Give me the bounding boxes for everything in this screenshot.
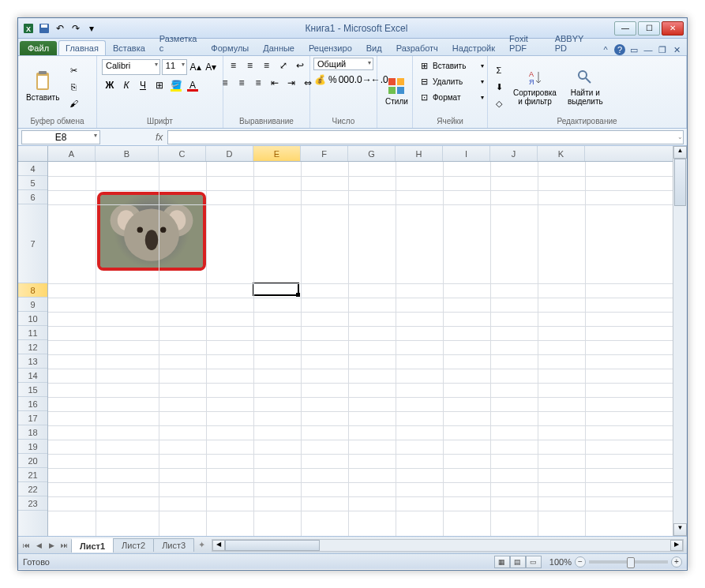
file-tab[interactable]: Файл [20,41,57,55]
row-header-9[interactable]: 9 [18,298,47,312]
row-header-16[interactable]: 16 [18,397,47,411]
zoom-in-icon[interactable]: + [671,556,682,567]
zoom-slider[interactable] [589,560,668,564]
copy-icon[interactable]: ⎘ [66,79,81,95]
indent-decrease-icon[interactable]: ⇤ [267,75,283,91]
row-header-23[interactable]: 23 [18,496,47,511]
row-header-22[interactable]: 22 [18,482,47,496]
doc-minimize-icon[interactable]: — [643,44,654,55]
autosum-icon[interactable]: Σ [491,62,507,78]
sheet-tab-1[interactable]: Лист1 [71,538,114,552]
row-header-8[interactable]: 8 [18,283,47,298]
tab-foxit[interactable]: Foxit PDF [502,31,548,55]
fill-color-icon[interactable]: 🪣 [168,77,184,93]
col-header-C[interactable]: C [159,146,206,161]
number-format-combo[interactable]: Общий [313,58,373,70]
expand-formula-icon[interactable]: ⌄ [674,130,685,144]
fill-icon[interactable]: ⬇ [491,79,507,95]
excel-icon[interactable]: X [21,21,36,36]
hscroll-thumb[interactable] [225,540,320,551]
formula-input[interactable] [167,130,684,144]
styles-button[interactable]: Стили [381,75,413,107]
vertical-scrollbar[interactable]: ▲ ▼ [673,146,687,536]
sheet-nav-first-icon[interactable]: ⏮ [20,539,32,552]
doc-close-icon[interactable]: ✕ [671,44,682,55]
embedded-image-highlight[interactable] [97,192,206,271]
fx-icon[interactable]: fx [151,132,167,143]
scroll-left-icon[interactable]: ◀ [212,540,225,551]
col-header-E[interactable]: E [253,146,301,161]
view-pagelayout-icon[interactable]: ▤ [510,556,526,568]
tab-review[interactable]: Рецензиро [302,40,359,55]
col-header-G[interactable]: G [348,146,396,161]
sheet-nav-next-icon[interactable]: ▶ [45,539,58,552]
scroll-right-icon[interactable]: ▶ [670,540,683,551]
col-header-K[interactable]: K [538,146,585,161]
currency-icon[interactable]: 💰 [313,72,327,88]
tab-insert[interactable]: Вставка [106,40,152,55]
zoom-out-icon[interactable]: − [575,556,586,567]
col-header-D[interactable]: D [206,146,253,161]
grow-font-icon[interactable]: A▴ [189,59,203,75]
view-pagebreak-icon[interactable]: ▭ [526,556,542,568]
row-header-19[interactable]: 19 [18,440,47,454]
row-header-18[interactable]: 18 [18,425,47,440]
font-color-icon[interactable]: A [185,77,201,93]
row-header-14[interactable]: 14 [18,369,47,383]
row-header-7[interactable]: 7 [18,204,47,283]
row-header-13[interactable]: 13 [18,354,47,369]
cut-icon[interactable]: ✂ [66,62,81,78]
row-header-11[interactable]: 11 [18,326,47,340]
tab-home[interactable]: Главная [58,40,106,55]
undo-icon[interactable]: ↶ [53,21,67,36]
col-header-A[interactable]: A [48,146,96,161]
wrap-text-icon[interactable]: ↩ [292,58,308,73]
font-size-combo[interactable]: 11 [162,59,187,75]
align-left-icon[interactable]: ≡ [217,75,233,91]
select-all-corner[interactable] [18,146,48,162]
align-middle-icon[interactable]: ≡ [242,58,258,73]
redo-icon[interactable]: ↷ [69,21,83,36]
worksheet-grid[interactable]: ABCDEFGHIJK 4567891011121314151617181920… [18,146,687,536]
tab-formulas[interactable]: Формулы [204,40,256,55]
tab-view[interactable]: Вид [359,40,389,55]
sheet-nav-prev-icon[interactable]: ◀ [32,539,45,552]
row-header-20[interactable]: 20 [18,454,47,468]
col-header-I[interactable]: I [443,146,490,161]
percent-icon[interactable]: % [328,72,338,88]
row-header-10[interactable]: 10 [18,312,47,326]
close-button[interactable]: ✕ [662,21,684,36]
col-header-B[interactable]: B [96,146,159,161]
cells-area[interactable] [48,162,673,536]
sheet-tab-3[interactable]: Лист3 [153,538,194,552]
row-header-4[interactable]: 4 [18,162,47,176]
sort-filter-button[interactable]: АЯ Сортировка и фильтр [508,66,561,107]
tab-pagelayout[interactable]: Разметка с [152,31,204,55]
col-header-J[interactable]: J [490,146,538,161]
format-painter-icon[interactable]: 🖌 [66,96,81,111]
col-header-H[interactable]: H [396,146,443,161]
sheet-tab-2[interactable]: Лист2 [113,538,154,552]
cells-insert-button[interactable]: ⊞Вставить▾ [416,58,484,73]
add-sheet-icon[interactable]: ✦ [194,539,208,552]
tab-addins[interactable]: Надстройк [445,40,502,55]
comma-icon[interactable]: 000 [339,72,354,88]
font-name-combo[interactable]: Calibri [102,59,160,75]
align-center-icon[interactable]: ≡ [234,75,249,91]
doc-restore-icon[interactable]: ❐ [657,44,668,55]
tab-abbyy[interactable]: ABBYY PD [548,31,597,55]
col-header-F[interactable]: F [301,146,348,161]
cells-format-button[interactable]: ⊡Формат▾ [416,89,484,105]
orientation-icon[interactable]: ⤢ [276,58,291,73]
tab-developer[interactable]: Разработч [389,40,445,55]
tab-data[interactable]: Данные [256,40,302,55]
paste-button[interactable]: Вставить [21,71,64,103]
save-icon[interactable] [37,21,51,36]
row-header-5[interactable]: 5 [18,176,47,190]
border-icon[interactable]: ⊞ [152,77,167,93]
qat-more-icon[interactable]: ▾ [84,21,99,36]
sheet-nav-last-icon[interactable]: ⏭ [58,539,70,552]
horizontal-scrollbar[interactable]: ◀ ▶ [212,539,684,552]
cells-delete-button[interactable]: ⊟Удалить▾ [416,73,484,89]
row-header-21[interactable]: 21 [18,468,47,482]
